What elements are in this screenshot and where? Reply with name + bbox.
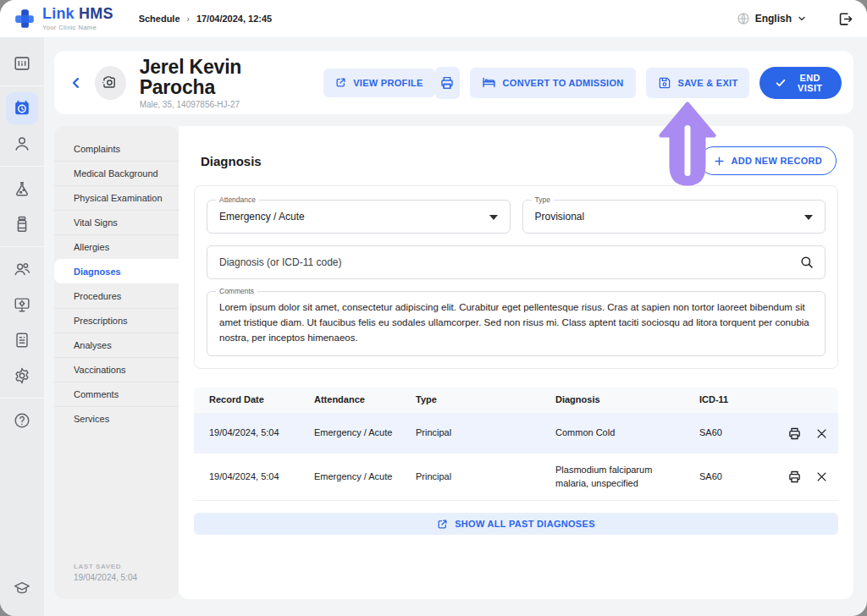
attendance-value: Emergency / Acute <box>207 201 510 233</box>
print-icon <box>439 75 455 91</box>
pharmacy-icon[interactable] <box>6 208 38 240</box>
menu-item-prescriptions[interactable]: Prescriptions <box>54 308 179 333</box>
col-icd11: ICD-11 <box>684 393 765 407</box>
save-icon <box>658 76 671 90</box>
app-window: Link HMS Your Clinic Name Schedule › 17/… <box>0 0 867 616</box>
help-icon[interactable] <box>6 404 38 437</box>
type-select[interactable]: Type Provisional <box>522 200 826 234</box>
diagnoses-table: Record Date Attendance Type Diagnosis IC… <box>194 388 838 535</box>
plus-icon <box>714 156 725 167</box>
dropdown-caret-icon <box>489 215 498 220</box>
save-and-exit-label: SAVE & EXIT <box>678 78 738 88</box>
chevron-down-icon <box>797 14 807 24</box>
view-profile-button[interactable]: VIEW PROFILE <box>323 69 434 97</box>
clinic-name-label: Your Clinic Name <box>42 24 113 31</box>
diagnosis-panel: Diagnosis ADD NEW RECORD Attendance Emer… <box>179 126 853 599</box>
end-visit-button[interactable]: END VISIT <box>759 67 842 99</box>
menu-item-analyses[interactable]: Analyses <box>54 333 179 357</box>
patient-meta: Male, 35, 14097856-HJ-27 <box>140 100 309 109</box>
dropdown-caret-icon <box>804 215 813 220</box>
print-row-icon[interactable] <box>787 426 802 441</box>
patient-header: Jerel Kevin Parocha Male, 35, 14097856-H… <box>54 51 853 114</box>
convert-to-admission-label: CONVERT TO ADMISSION <box>503 78 624 88</box>
menu-item-vital-signs[interactable]: Vital Signs <box>54 210 179 234</box>
cell-record-date: 19/04/2024, 5:04 <box>194 426 299 440</box>
cell-attendance: Emergency / Acute <box>299 470 400 484</box>
logo-word-link: Link <box>42 5 75 22</box>
col-record-date: Record Date <box>194 393 299 407</box>
comments-field[interactable]: Comments Lorem ipsum dolor sit amet, con… <box>207 291 826 356</box>
col-type: Type <box>400 393 540 407</box>
cell-type: Principal <box>400 470 540 484</box>
language-selector[interactable]: English <box>737 12 807 25</box>
menu-item-diagnoses[interactable]: Diagnoses <box>54 259 179 283</box>
diagnosis-search-input[interactable] <box>207 246 825 278</box>
logo-word-hms: HMS <box>79 5 113 22</box>
logout-button[interactable] <box>837 11 853 27</box>
print-row-icon[interactable] <box>787 470 802 484</box>
diagnosis-search-field <box>207 245 826 279</box>
menu-item-allergies[interactable]: Allergies <box>54 234 179 259</box>
save-and-exit-button[interactable]: SAVE & EXIT <box>646 68 750 98</box>
menu-item-complaints[interactable]: Complaints <box>54 136 179 161</box>
open-in-new-icon <box>437 519 448 530</box>
col-diagnosis: Diagnosis <box>540 393 684 407</box>
patient-photo-upload[interactable] <box>95 66 126 100</box>
menu-item-physical-examination[interactable]: Physical Examination <box>54 185 179 210</box>
breadcrumb-separator: › <box>187 14 190 24</box>
table-header-row: Record Date Attendance Type Diagnosis IC… <box>194 388 838 413</box>
patients-icon[interactable] <box>6 128 38 160</box>
comments-label: Comments <box>216 287 257 295</box>
attendance-label: Attendance <box>216 195 259 204</box>
breadcrumb: Schedule › 17/04/2024, 12:45 <box>139 14 273 24</box>
settings-icon[interactable] <box>6 360 38 392</box>
menu-item-comments[interactable]: Comments <box>54 382 179 406</box>
icon-rail <box>0 37 44 616</box>
menu-item-services[interactable]: Services <box>54 406 179 431</box>
view-profile-label: VIEW PROFILE <box>353 78 422 88</box>
cell-record-date: 19/04/2024, 5:04 <box>194 470 299 484</box>
bed-icon <box>482 75 496 90</box>
laboratory-icon[interactable] <box>6 173 38 205</box>
menu-item-medical-background[interactable]: Medical Background <box>54 161 179 185</box>
delete-row-icon[interactable] <box>815 470 828 483</box>
staff-icon[interactable] <box>6 253 38 285</box>
workstation-icon[interactable] <box>6 289 38 321</box>
logout-icon <box>837 11 853 27</box>
section-title: Diagnosis <box>201 154 262 168</box>
cell-icd11: SA60 <box>684 470 765 484</box>
back-button[interactable] <box>64 70 88 96</box>
open-in-new-icon <box>335 77 346 88</box>
visit-calendar-icon[interactable] <box>6 92 38 124</box>
globe-icon <box>737 12 750 25</box>
attendance-select[interactable]: Attendance Emergency / Acute <box>207 200 511 234</box>
last-saved-value: 19/04/2024, 5:04 <box>74 573 137 582</box>
add-new-record-button[interactable]: ADD NEW RECORD <box>699 146 837 175</box>
visit-sections-menu: Complaints Medical Background Physical E… <box>54 126 179 599</box>
education-icon[interactable] <box>6 572 38 604</box>
menu-item-vaccinations[interactable]: Vaccinations <box>54 357 179 382</box>
record-editor: Attendance Emergency / Acute Type Provis… <box>194 185 838 369</box>
cell-attendance: Emergency / Acute <box>299 426 400 440</box>
breadcrumb-schedule[interactable]: Schedule <box>139 14 180 24</box>
delete-row-icon[interactable] <box>815 427 828 440</box>
show-all-label: SHOW ALL PAST DIAGNOSES <box>455 519 595 529</box>
add-photo-icon <box>102 74 119 91</box>
clinic-cross-icon <box>14 8 36 30</box>
search-icon[interactable] <box>799 255 815 270</box>
menu-item-procedures[interactable]: Procedures <box>54 283 179 308</box>
type-value: Provisional <box>523 201 826 233</box>
schedule-board-icon[interactable] <box>6 47 38 80</box>
last-saved: LAST SAVED 19/04/2024, 5:04 <box>74 563 137 582</box>
patient-name: Jerel Kevin Parocha <box>140 57 309 97</box>
end-visit-label: END VISIT <box>793 73 826 93</box>
print-visit-button[interactable] <box>435 67 460 99</box>
type-label: Type <box>532 195 554 204</box>
convert-to-admission-button[interactable]: CONVERT TO ADMISSION <box>470 68 636 98</box>
breadcrumb-current: 17/04/2024, 12:45 <box>196 14 272 24</box>
cell-type: Principal <box>400 426 540 440</box>
app-logo: Link HMS Your Clinic Name <box>14 7 113 31</box>
table-row: 19/04/2024, 5:04 Emergency / Acute Princ… <box>194 454 838 501</box>
reports-icon[interactable] <box>6 324 38 356</box>
show-all-past-diagnoses-button[interactable]: SHOW ALL PAST DIAGNOSES <box>194 513 838 535</box>
